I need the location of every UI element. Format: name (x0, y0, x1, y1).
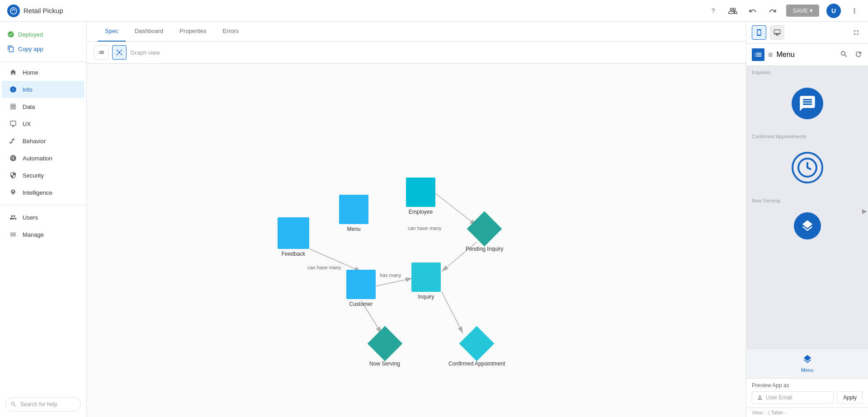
layers-icon (794, 212, 821, 239)
list-view-button[interactable] (94, 45, 108, 60)
node-feedback[interactable]: Feedback (278, 217, 309, 257)
tab-properties[interactable]: Properties (172, 22, 213, 42)
sidebar: Deployed Copy app Home Info Data (0, 22, 87, 417)
sidebar-item-ux[interactable]: UX (2, 115, 85, 132)
user-avatar[interactable]: U (826, 4, 841, 18)
desktop-view-button[interactable] (770, 25, 784, 40)
graph-toolbar: Graph view (87, 42, 746, 64)
edge-label-has-many: has many (380, 272, 401, 278)
graph-edges (87, 64, 746, 417)
edge-label-can-have-many-2: can have many (408, 225, 442, 231)
help-icon[interactable]: ? (707, 5, 719, 17)
now-serving-icon-block (746, 205, 868, 247)
user-email-input[interactable]: User Email (752, 391, 834, 404)
panel-view-toggle (746, 22, 868, 44)
main-layout: Deployed Copy app Home Info Data (0, 22, 868, 417)
preview-app-label: Preview App as (752, 382, 863, 389)
preview-container: ▶ ≡ Menu In (746, 44, 868, 378)
deployed-status[interactable]: Deployed (0, 27, 86, 42)
svg-line-8 (120, 51, 121, 52)
logo-icon (7, 5, 20, 17)
node-menu[interactable]: Menu (339, 195, 368, 232)
svg-line-13 (376, 278, 412, 286)
confirmed-appointments-icon-block (746, 141, 868, 194)
sidebar-item-security[interactable]: Security (2, 167, 85, 184)
node-pending-inquiry[interactable]: Pending Inquiry (466, 216, 503, 252)
topbar-actions: ? SAVE ▾ U (707, 4, 861, 18)
sidebar-item-intelligence[interactable]: Intelligence (2, 184, 85, 201)
preview-input-row: User Email Apply (752, 391, 863, 404)
tab-dashboard[interactable]: Dashboard (127, 22, 171, 42)
svg-point-5 (117, 54, 118, 55)
node-inquiry[interactable]: Inquiry (411, 262, 441, 300)
sidebar-item-home[interactable]: Home (2, 64, 85, 81)
info-icon (9, 85, 17, 94)
mobile-view-button[interactable] (752, 25, 766, 40)
copy-app-button[interactable]: Copy app (0, 42, 86, 56)
automation-icon (9, 154, 17, 162)
graph-canvas[interactable]: can have many can have many has many Fee… (87, 64, 746, 417)
tab-bar: Spec Dashboard Properties Errors (87, 22, 746, 42)
save-button[interactable]: SAVE ▾ (786, 5, 819, 17)
confirmed-appointments-label: Confirmed Appointments (746, 130, 868, 141)
phone-header: ≡ Menu (746, 44, 868, 66)
now-serving-label: Now Serving (746, 194, 868, 205)
preview-footer: View: - | Table: - (746, 408, 868, 417)
phone-menu-title: Menu (777, 51, 836, 59)
app-name: Retail Pickup (24, 7, 63, 14)
clock-icon (792, 152, 823, 183)
tab-errors[interactable]: Errors (216, 22, 246, 42)
svg-line-7 (118, 51, 119, 52)
app-icon-small (752, 48, 764, 61)
sidebar-item-data[interactable]: Data (2, 98, 85, 115)
home-icon (9, 68, 17, 76)
phone-frame[interactable]: ≡ Menu Inquiries (746, 44, 868, 348)
security-icon (9, 171, 17, 179)
main-content: Spec Dashboard Properties Errors Graph v… (87, 22, 746, 417)
edge-label-can-have-many-1: can have many (307, 265, 341, 270)
app-logo[interactable]: Retail Pickup (7, 5, 63, 17)
hamburger-icon: ≡ (768, 50, 773, 60)
scroll-right-arrow[interactable]: ▶ (862, 207, 867, 215)
node-customer[interactable]: Customer (346, 270, 376, 307)
chat-bubble-icon (792, 88, 823, 119)
topbar: Retail Pickup ? SAVE ▾ U (0, 0, 868, 22)
svg-point-4 (121, 50, 122, 51)
phone-refresh-icon[interactable] (854, 50, 863, 60)
users-icon (9, 213, 17, 221)
nav-menu-item[interactable]: Menu (790, 352, 825, 375)
redo-icon[interactable] (766, 5, 779, 17)
tab-spec[interactable]: Spec (98, 22, 126, 42)
graph-view-button[interactable] (112, 45, 127, 60)
svg-line-15 (442, 292, 463, 333)
sidebar-item-automation[interactable]: Automation (2, 150, 85, 167)
svg-line-9 (118, 53, 119, 54)
node-confirmed-appointment[interactable]: Confirmed Appointment (448, 331, 505, 367)
inquiries-label: Inquiries (746, 66, 868, 77)
sidebar-item-behavior[interactable]: Behavior (2, 132, 85, 150)
preview-app-section: Preview App as User Email Apply (746, 378, 868, 408)
undo-icon[interactable] (746, 5, 759, 17)
manage-icon (9, 230, 17, 239)
phone-content: Inquiries Confirmed Appointments (746, 66, 868, 247)
more-menu-icon[interactable] (848, 5, 861, 17)
svg-point-6 (121, 54, 122, 55)
add-person-icon[interactable] (726, 5, 739, 17)
graph-view-label: Graph view (130, 49, 160, 56)
ux-icon (9, 120, 17, 128)
svg-point-3 (117, 50, 118, 51)
expand-panel-button[interactable] (850, 26, 863, 39)
apply-button[interactable]: Apply (837, 391, 863, 404)
behavior-icon (9, 137, 17, 145)
sidebar-item-info[interactable]: Info (2, 81, 85, 98)
node-employee[interactable]: Employee (406, 178, 435, 215)
svg-rect-1 (10, 121, 16, 125)
sidebar-item-users[interactable]: Users (2, 209, 85, 226)
help-search[interactable]: Search for help (5, 397, 81, 412)
node-now-serving[interactable]: Now Serving (369, 331, 400, 367)
sidebar-item-manage[interactable]: Manage (2, 226, 85, 243)
nav-menu-label: Menu (801, 367, 814, 373)
intelligence-icon (9, 188, 17, 197)
svg-line-11 (310, 249, 361, 272)
phone-search-icon[interactable] (840, 50, 848, 60)
